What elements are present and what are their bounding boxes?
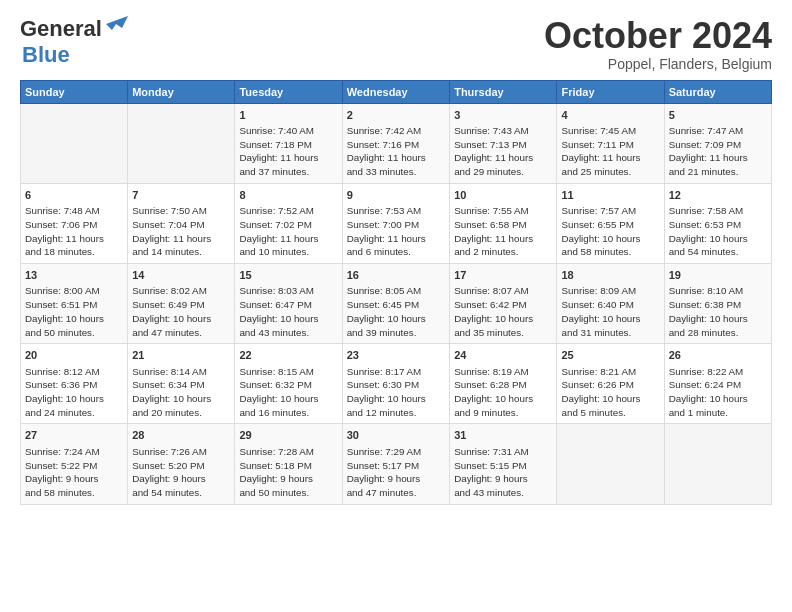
table-row: 31Sunrise: 7:31 AM Sunset: 5:15 PM Dayli…	[450, 424, 557, 504]
day-number: 28	[132, 428, 230, 443]
day-info: Sunrise: 7:50 AM Sunset: 7:04 PM Dayligh…	[132, 204, 230, 259]
day-number: 11	[561, 188, 659, 203]
table-row: 22Sunrise: 8:15 AM Sunset: 6:32 PM Dayli…	[235, 344, 342, 424]
day-info: Sunrise: 8:09 AM Sunset: 6:40 PM Dayligh…	[561, 284, 659, 339]
day-number: 21	[132, 348, 230, 363]
table-row: 25Sunrise: 8:21 AM Sunset: 6:26 PM Dayli…	[557, 344, 664, 424]
location: Poppel, Flanders, Belgium	[544, 56, 772, 72]
table-row: 11Sunrise: 7:57 AM Sunset: 6:55 PM Dayli…	[557, 183, 664, 263]
col-saturday: Saturday	[664, 80, 771, 103]
table-row: 12Sunrise: 7:58 AM Sunset: 6:53 PM Dayli…	[664, 183, 771, 263]
table-row: 19Sunrise: 8:10 AM Sunset: 6:38 PM Dayli…	[664, 264, 771, 344]
table-row: 8Sunrise: 7:52 AM Sunset: 7:02 PM Daylig…	[235, 183, 342, 263]
table-row: 23Sunrise: 8:17 AM Sunset: 6:30 PM Dayli…	[342, 344, 449, 424]
day-info: Sunrise: 8:22 AM Sunset: 6:24 PM Dayligh…	[669, 365, 767, 420]
day-info: Sunrise: 8:07 AM Sunset: 6:42 PM Dayligh…	[454, 284, 552, 339]
col-sunday: Sunday	[21, 80, 128, 103]
calendar-header: Sunday Monday Tuesday Wednesday Thursday…	[21, 80, 772, 103]
table-row: 24Sunrise: 8:19 AM Sunset: 6:28 PM Dayli…	[450, 344, 557, 424]
day-info: Sunrise: 7:52 AM Sunset: 7:02 PM Dayligh…	[239, 204, 337, 259]
day-number: 2	[347, 108, 445, 123]
day-info: Sunrise: 7:48 AM Sunset: 7:06 PM Dayligh…	[25, 204, 123, 259]
table-row: 5Sunrise: 7:47 AM Sunset: 7:09 PM Daylig…	[664, 103, 771, 183]
day-info: Sunrise: 7:42 AM Sunset: 7:16 PM Dayligh…	[347, 124, 445, 179]
table-row: 14Sunrise: 8:02 AM Sunset: 6:49 PM Dayli…	[128, 264, 235, 344]
day-number: 20	[25, 348, 123, 363]
day-number: 23	[347, 348, 445, 363]
day-info: Sunrise: 8:05 AM Sunset: 6:45 PM Dayligh…	[347, 284, 445, 339]
day-number: 16	[347, 268, 445, 283]
day-info: Sunrise: 7:45 AM Sunset: 7:11 PM Dayligh…	[561, 124, 659, 179]
day-info: Sunrise: 8:19 AM Sunset: 6:28 PM Dayligh…	[454, 365, 552, 420]
day-number: 17	[454, 268, 552, 283]
day-number: 10	[454, 188, 552, 203]
day-info: Sunrise: 7:28 AM Sunset: 5:18 PM Dayligh…	[239, 445, 337, 500]
day-number: 6	[25, 188, 123, 203]
day-info: Sunrise: 7:40 AM Sunset: 7:18 PM Dayligh…	[239, 124, 337, 179]
logo-general: General	[20, 16, 102, 42]
day-info: Sunrise: 8:12 AM Sunset: 6:36 PM Dayligh…	[25, 365, 123, 420]
page: General Blue October 2024 Poppel, Flande…	[0, 0, 792, 612]
header-row: Sunday Monday Tuesday Wednesday Thursday…	[21, 80, 772, 103]
header: General Blue October 2024 Poppel, Flande…	[20, 16, 772, 72]
title-block: October 2024 Poppel, Flanders, Belgium	[544, 16, 772, 72]
day-info: Sunrise: 8:15 AM Sunset: 6:32 PM Dayligh…	[239, 365, 337, 420]
col-wednesday: Wednesday	[342, 80, 449, 103]
table-row: 16Sunrise: 8:05 AM Sunset: 6:45 PM Dayli…	[342, 264, 449, 344]
day-number: 22	[239, 348, 337, 363]
table-row: 6Sunrise: 7:48 AM Sunset: 7:06 PM Daylig…	[21, 183, 128, 263]
col-thursday: Thursday	[450, 80, 557, 103]
day-number: 18	[561, 268, 659, 283]
svg-marker-0	[106, 16, 128, 30]
day-info: Sunrise: 8:03 AM Sunset: 6:47 PM Dayligh…	[239, 284, 337, 339]
week-row-1: 1Sunrise: 7:40 AM Sunset: 7:18 PM Daylig…	[21, 103, 772, 183]
table-row: 20Sunrise: 8:12 AM Sunset: 6:36 PM Dayli…	[21, 344, 128, 424]
day-info: Sunrise: 8:10 AM Sunset: 6:38 PM Dayligh…	[669, 284, 767, 339]
col-friday: Friday	[557, 80, 664, 103]
day-number: 12	[669, 188, 767, 203]
table-row	[21, 103, 128, 183]
day-info: Sunrise: 8:14 AM Sunset: 6:34 PM Dayligh…	[132, 365, 230, 420]
month-title: October 2024	[544, 16, 772, 56]
day-info: Sunrise: 7:55 AM Sunset: 6:58 PM Dayligh…	[454, 204, 552, 259]
day-number: 27	[25, 428, 123, 443]
table-row: 26Sunrise: 8:22 AM Sunset: 6:24 PM Dayli…	[664, 344, 771, 424]
day-info: Sunrise: 8:00 AM Sunset: 6:51 PM Dayligh…	[25, 284, 123, 339]
day-info: Sunrise: 8:21 AM Sunset: 6:26 PM Dayligh…	[561, 365, 659, 420]
table-row: 21Sunrise: 8:14 AM Sunset: 6:34 PM Dayli…	[128, 344, 235, 424]
day-number: 7	[132, 188, 230, 203]
table-row: 2Sunrise: 7:42 AM Sunset: 7:16 PM Daylig…	[342, 103, 449, 183]
table-row	[664, 424, 771, 504]
table-row: 10Sunrise: 7:55 AM Sunset: 6:58 PM Dayli…	[450, 183, 557, 263]
day-info: Sunrise: 7:53 AM Sunset: 7:00 PM Dayligh…	[347, 204, 445, 259]
table-row: 30Sunrise: 7:29 AM Sunset: 5:17 PM Dayli…	[342, 424, 449, 504]
col-monday: Monday	[128, 80, 235, 103]
week-row-5: 27Sunrise: 7:24 AM Sunset: 5:22 PM Dayli…	[21, 424, 772, 504]
day-number: 25	[561, 348, 659, 363]
week-row-2: 6Sunrise: 7:48 AM Sunset: 7:06 PM Daylig…	[21, 183, 772, 263]
table-row: 3Sunrise: 7:43 AM Sunset: 7:13 PM Daylig…	[450, 103, 557, 183]
day-number: 3	[454, 108, 552, 123]
table-row	[128, 103, 235, 183]
day-number: 13	[25, 268, 123, 283]
day-number: 26	[669, 348, 767, 363]
table-row: 4Sunrise: 7:45 AM Sunset: 7:11 PM Daylig…	[557, 103, 664, 183]
day-info: Sunrise: 7:58 AM Sunset: 6:53 PM Dayligh…	[669, 204, 767, 259]
day-info: Sunrise: 7:43 AM Sunset: 7:13 PM Dayligh…	[454, 124, 552, 179]
calendar-table: Sunday Monday Tuesday Wednesday Thursday…	[20, 80, 772, 505]
day-number: 29	[239, 428, 337, 443]
table-row: 1Sunrise: 7:40 AM Sunset: 7:18 PM Daylig…	[235, 103, 342, 183]
table-row: 17Sunrise: 8:07 AM Sunset: 6:42 PM Dayli…	[450, 264, 557, 344]
day-number: 15	[239, 268, 337, 283]
day-info: Sunrise: 7:26 AM Sunset: 5:20 PM Dayligh…	[132, 445, 230, 500]
day-info: Sunrise: 7:47 AM Sunset: 7:09 PM Dayligh…	[669, 124, 767, 179]
logo-bird-icon	[106, 16, 128, 36]
table-row: 7Sunrise: 7:50 AM Sunset: 7:04 PM Daylig…	[128, 183, 235, 263]
day-number: 9	[347, 188, 445, 203]
day-number: 19	[669, 268, 767, 283]
table-row: 27Sunrise: 7:24 AM Sunset: 5:22 PM Dayli…	[21, 424, 128, 504]
table-row: 18Sunrise: 8:09 AM Sunset: 6:40 PM Dayli…	[557, 264, 664, 344]
day-number: 31	[454, 428, 552, 443]
table-row: 15Sunrise: 8:03 AM Sunset: 6:47 PM Dayli…	[235, 264, 342, 344]
day-number: 4	[561, 108, 659, 123]
